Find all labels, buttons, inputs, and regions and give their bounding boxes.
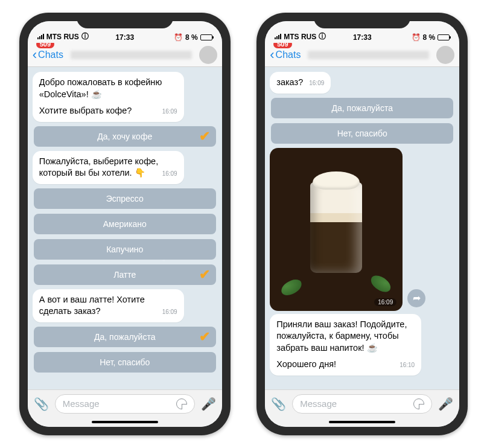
checkmark-icon: ✔: [199, 329, 210, 345]
input-bar: 📎 Message 🎤: [28, 389, 222, 417]
timestamp: 16:09: [374, 298, 396, 306]
mint-leaf: [279, 277, 304, 297]
phone-right: MTS RUS ⓘ 17:33 ⏰ 8 % 509 ‹ Chats заказ?…: [256, 13, 468, 435]
input-bar: 📎 Message 🎤: [265, 389, 459, 417]
keyboard-button-americano[interactable]: Американо: [34, 214, 216, 234]
placeholder: Message: [63, 398, 100, 409]
chat-area[interactable]: Добро пожаловать в кофейню «DolceVita»! …: [28, 67, 222, 389]
battery-pct: 8 %: [423, 33, 436, 42]
attach-icon[interactable]: 📎: [34, 397, 49, 411]
message-text: Добро пожаловать в кофейню «DolceVita»! …: [39, 77, 177, 100]
nav-bar: 509 ‹ Chats: [265, 43, 459, 67]
timestamp: 16:09: [309, 79, 324, 88]
keyboard-button-no-thanks[interactable]: Нет, спасибо: [34, 352, 216, 373]
signal-icon: [275, 34, 281, 39]
message-input[interactable]: Message: [292, 394, 432, 414]
message-text: заказ?: [276, 77, 303, 87]
photo-message[interactable]: 16:09: [270, 148, 403, 311]
clock: 17:33: [353, 33, 372, 42]
message-text: Приняли ваш заказ! Подойдите, пожалуйста…: [276, 319, 415, 354]
chat-title[interactable]: [308, 51, 429, 59]
alarm-icon: ⏰: [412, 33, 421, 42]
timestamp: 16:09: [162, 170, 177, 178]
phone-left: MTS RUS ⓘ 17:33 ⏰ 8 % 509 ‹ Chats Добро …: [19, 13, 231, 435]
wifi-icon: ⓘ: [319, 31, 326, 42]
avatar[interactable]: [199, 46, 217, 64]
bot-message: Приняли ваш заказ! Подойдите, пожалуйста…: [270, 314, 421, 376]
keyboard-button-yes-please[interactable]: Да, пожалуйста: [271, 98, 453, 118]
sticker-icon[interactable]: [176, 398, 187, 409]
latte-glass: [310, 182, 362, 273]
button-label: Капучино: [106, 245, 143, 254]
chat-area[interactable]: заказ? 16:09 Да, пожалуйста Нет, спасибо…: [265, 67, 459, 389]
button-label: Да, пожалуйста: [332, 103, 393, 113]
notch: [77, 13, 173, 28]
chevron-left-icon: ‹: [270, 48, 274, 62]
latte-foam: [313, 171, 360, 190]
button-label: Американо: [103, 219, 147, 229]
button-label: Нет, спасибо: [100, 357, 150, 367]
avatar[interactable]: [436, 46, 454, 64]
mint-leaf: [368, 273, 393, 294]
button-label: Нет, спасибо: [337, 129, 387, 138]
battery-icon: [200, 34, 212, 40]
back-label: Chats: [276, 50, 301, 60]
keyboard-button-yes-please[interactable]: Да, пожалуйста ✔: [34, 327, 216, 347]
notch: [314, 13, 410, 28]
keyboard-button-espresso[interactable]: Эспрессо: [34, 188, 216, 209]
sticker-icon[interactable]: [413, 398, 424, 409]
chat-title[interactable]: [71, 51, 192, 59]
home-indicator: [28, 417, 222, 427]
home-indicator: [265, 417, 459, 427]
button-label: Латте: [113, 270, 136, 280]
screen-right: MTS RUS ⓘ 17:33 ⏰ 8 % 509 ‹ Chats заказ?…: [265, 21, 459, 427]
share-button[interactable]: ➦: [407, 289, 425, 307]
timestamp: 16:09: [162, 107, 177, 116]
battery-pct: 8 %: [185, 33, 198, 42]
checkmark-icon: ✔: [199, 267, 210, 283]
back-label: Chats: [38, 50, 63, 60]
chevron-left-icon: ‹: [33, 48, 37, 62]
alarm-icon: ⏰: [174, 33, 183, 42]
bot-message: Пожалуйста, выберите кофе, который вы бы…: [33, 151, 184, 184]
message-text: Хотите выбрать кофе?: [39, 106, 132, 115]
carrier-label: MTS RUS: [46, 33, 79, 41]
button-label: Да, пожалуйста: [94, 332, 155, 342]
message-input[interactable]: Message: [55, 394, 195, 414]
keyboard-button-yes-coffee[interactable]: Да, хочу кофе ✔: [34, 126, 216, 147]
message-text: Хорошего дня!: [276, 359, 336, 369]
keyboard-button-latte[interactable]: Латте ✔: [34, 264, 216, 285]
message-text: А вот и ваш латте! Хотите сделать заказ?: [39, 295, 145, 316]
carrier-label: MTS RUS: [284, 33, 316, 41]
mic-icon[interactable]: 🎤: [438, 397, 453, 411]
signal-icon: [37, 34, 44, 39]
bot-message: заказ? 16:09: [270, 72, 331, 94]
back-button[interactable]: 509 ‹ Chats: [270, 48, 301, 62]
button-label: Да, хочу кофе: [97, 132, 152, 141]
back-button[interactable]: 509 ‹ Chats: [33, 48, 63, 62]
placeholder: Message: [300, 398, 337, 409]
bot-message: Добро пожаловать в кофейню «DolceVita»! …: [33, 72, 184, 122]
attach-icon[interactable]: 📎: [271, 397, 286, 411]
timestamp: 16:09: [162, 308, 177, 316]
battery-icon: [438, 34, 450, 40]
wifi-icon: ⓘ: [81, 31, 89, 42]
timestamp: 16:10: [399, 361, 415, 370]
mic-icon[interactable]: 🎤: [201, 397, 216, 411]
bot-message: А вот и ваш латте! Хотите сделать заказ?…: [33, 289, 184, 322]
nav-bar: 509 ‹ Chats: [28, 43, 222, 67]
message-text: Пожалуйста, выберите кофе, который вы бы…: [39, 156, 158, 178]
keyboard-button-cappuccino[interactable]: Капучино: [34, 239, 216, 260]
screen-left: MTS RUS ⓘ 17:33 ⏰ 8 % 509 ‹ Chats Добро …: [28, 21, 222, 427]
keyboard-button-no-thanks[interactable]: Нет, спасибо: [271, 123, 453, 144]
checkmark-icon: ✔: [199, 129, 210, 144]
button-label: Эспрессо: [106, 194, 144, 203]
clock: 17:33: [115, 33, 134, 42]
